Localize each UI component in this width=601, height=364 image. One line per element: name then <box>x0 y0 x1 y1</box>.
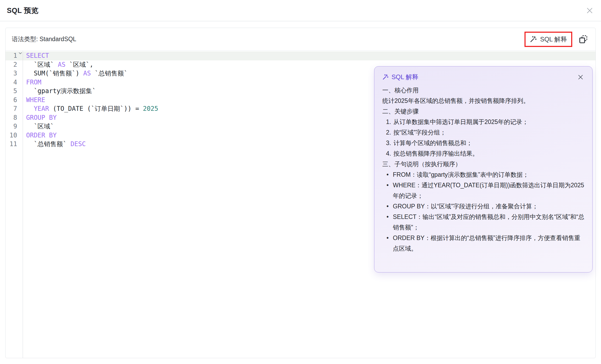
explain-list-item: 1.从订单数据集中筛选订单日期属于2025年的记录； <box>382 117 584 127</box>
list-item-text: WHERE：通过YEAR(TO_DATE(订单日期))函数筛选出订单日期为202… <box>393 180 584 201</box>
list-marker: • <box>387 212 393 233</box>
explain-paragraph: 统计2025年各区域的总销售额，并按销售额降序排列。 <box>382 95 584 106</box>
line-number: 1 <box>6 51 23 60</box>
explain-heading: 二、关键步骤 <box>382 106 584 117</box>
list-marker: 3. <box>386 138 393 148</box>
code-token: `区域` <box>26 61 58 68</box>
list-item-text: 从订单数据集中筛选订单日期属于2025年的记录； <box>393 117 584 127</box>
code-token: SELECT <box>26 52 49 59</box>
code-token: (TO_DATE (`订单日期`)) = <box>49 105 143 112</box>
sql-explain-panel: SQL 解释 一、核心作用统计2025年各区域的总销售额，并按销售额降序排列。二… <box>374 66 593 272</box>
line-number: 4 <box>6 78 23 87</box>
code-token: `区域` <box>26 123 54 130</box>
line-number: 6 <box>6 96 23 105</box>
code-token: `总销售额` <box>26 140 70 148</box>
code-token: `总销售额` <box>91 70 127 77</box>
list-item-text: 按“区域”字段分组； <box>393 127 584 138</box>
explain-list-item: •WHERE：通过YEAR(TO_DATE(订单日期))函数筛选出订单日期为20… <box>382 180 584 201</box>
list-item-text: SELECT：输出“区域”及对应的销售额总和，分别用中文别名“区域”和“总销售额… <box>393 212 584 233</box>
explain-panel-header: SQL 解释 <box>382 73 584 81</box>
list-item-text: 按总销售额降序排序输出结果。 <box>393 148 584 159</box>
code-token <box>26 105 34 112</box>
code-token: ORDER BY <box>26 132 57 139</box>
explain-list-item: •ORDER BY：根据计算出的“总销售额”进行降序排序，方便查看销售重点区域。 <box>382 233 584 254</box>
list-item-text: ORDER BY：根据计算出的“总销售额”进行降序排序，方便查看销售重点区域。 <box>393 233 584 254</box>
explain-panel-title: SQL 解释 <box>392 73 418 81</box>
sql-explain-button-label: SQL 解释 <box>540 35 567 44</box>
list-marker: • <box>387 201 393 212</box>
list-marker: • <box>387 180 393 201</box>
code-token: DESC <box>70 140 86 148</box>
magic-wand-icon <box>530 36 537 43</box>
fold-chevron-icon[interactable] <box>18 52 22 54</box>
syntax-type-label: 语法类型: StandardSQL <box>12 35 76 43</box>
code-token: `区域`, <box>65 61 93 68</box>
explain-list-item: 2.按“区域”字段分组； <box>382 127 584 138</box>
code-token: `gparty演示数据集` <box>26 87 96 95</box>
line-number: 5 <box>6 87 23 96</box>
sql-preview-panel: 语法类型: StandardSQL SQL 解释 <box>5 28 596 358</box>
sql-explain-button[interactable]: SQL 解释 <box>530 35 567 44</box>
line-number: 7 <box>6 104 23 113</box>
explain-content: 一、核心作用统计2025年各区域的总销售额，并按销售额降序排列。二、关键步骤1.… <box>382 85 584 254</box>
code-token: GROUP BY <box>26 114 57 121</box>
code-line: SELECT <box>23 51 595 60</box>
code-token: FROM <box>26 79 41 86</box>
line-number: 3 <box>6 69 23 78</box>
magic-wand-icon <box>382 74 389 80</box>
explain-list-item: •FROM：读取“gparty演示数据集”表中的订单数据； <box>382 169 584 180</box>
page-title: SQL 预览 <box>7 6 39 15</box>
code-token: WHERE <box>26 96 45 104</box>
close-button[interactable] <box>585 6 594 15</box>
sql-code-editor[interactable]: 1234567891011 SELECT `区域` AS `区域`, SUM(`… <box>6 51 595 358</box>
list-marker: 2. <box>386 127 393 138</box>
list-item-text: FROM：读取“gparty演示数据集”表中的订单数据； <box>393 169 584 180</box>
explain-list-item: •SELECT：输出“区域”及对应的销售额总和，分别用中文别名“区域”和“总销售… <box>382 212 584 233</box>
line-number: 11 <box>6 140 23 149</box>
list-item-text: GROUP BY：以“区域”字段进行分组，准备聚合计算； <box>393 201 584 212</box>
line-number: 10 <box>6 131 23 140</box>
red-highlight-box: SQL 解释 <box>524 32 572 47</box>
gutter: 1234567891011 <box>6 51 23 358</box>
list-marker: • <box>387 169 393 180</box>
code-token: SUM(`销售额`) <box>26 70 83 77</box>
explain-close-button[interactable] <box>576 73 584 81</box>
list-marker: 4. <box>386 148 393 159</box>
code-token: AS <box>58 61 65 68</box>
code-token: AS <box>83 70 91 77</box>
copy-sql-button[interactable] <box>578 33 589 45</box>
copy-icon <box>579 35 588 44</box>
toolbar: 语法类型: StandardSQL SQL 解释 <box>6 28 595 51</box>
list-marker: • <box>387 233 393 254</box>
line-number: 9 <box>6 122 23 131</box>
code-token: 2025 <box>143 105 158 112</box>
explain-list-item: 3.计算每个区域的销售额总和； <box>382 138 584 148</box>
line-number: 8 <box>6 113 23 122</box>
list-item-text: 计算每个区域的销售额总和； <box>393 138 584 148</box>
line-number: 2 <box>6 60 23 69</box>
explain-list-item: •GROUP BY：以“区域”字段进行分组，准备聚合计算； <box>382 201 584 212</box>
explain-heading: 三、子句说明（按执行顺序） <box>382 159 584 169</box>
explain-list-item: 4.按总销售额降序排序输出结果。 <box>382 148 584 159</box>
explain-heading: 一、核心作用 <box>382 85 584 95</box>
code-token: YEAR <box>34 105 49 112</box>
close-icon <box>577 74 584 80</box>
list-marker: 1. <box>386 117 393 127</box>
close-icon <box>586 7 594 15</box>
dialog-header: SQL 预览 <box>0 0 601 21</box>
